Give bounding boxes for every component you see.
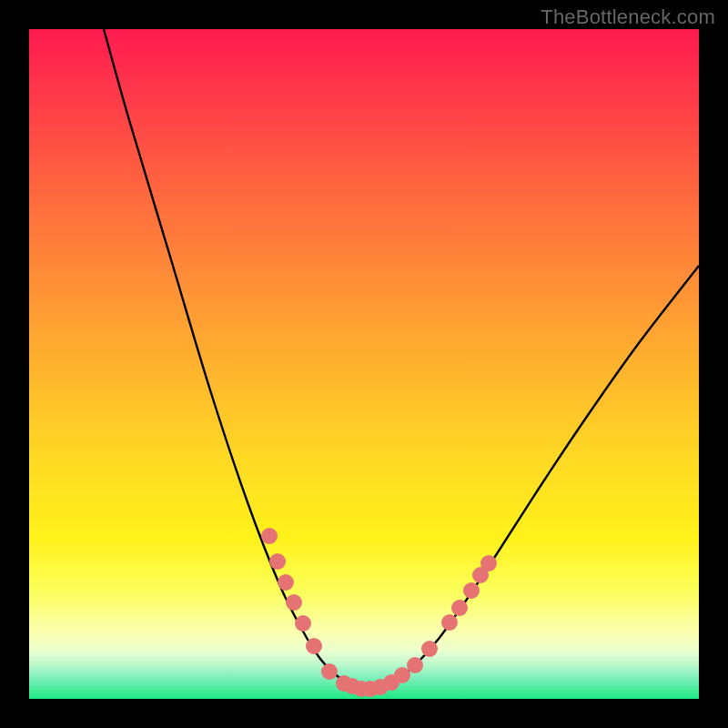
chart-frame: TheBottleneck.com bbox=[0, 0, 728, 728]
bottleneck-curve bbox=[104, 29, 699, 688]
highlight-dot bbox=[451, 600, 468, 616]
highlight-dot bbox=[295, 615, 311, 632]
highlight-dot bbox=[421, 641, 438, 657]
highlight-dot bbox=[407, 657, 423, 673]
highlight-dot bbox=[286, 594, 302, 611]
chart-svg bbox=[29, 29, 699, 699]
highlight-dots bbox=[261, 528, 497, 697]
highlight-dot bbox=[441, 614, 458, 631]
highlight-dot bbox=[480, 555, 497, 571]
highlight-dot bbox=[321, 663, 338, 680]
highlight-dot bbox=[261, 528, 278, 544]
highlight-dot bbox=[269, 553, 286, 570]
highlight-dot bbox=[278, 574, 294, 591]
highlight-dot bbox=[394, 667, 410, 683]
chart-plot-area bbox=[29, 29, 699, 699]
highlight-dot bbox=[306, 638, 322, 654]
watermark-text: TheBottleneck.com bbox=[541, 5, 715, 29]
highlight-dot bbox=[463, 582, 480, 599]
